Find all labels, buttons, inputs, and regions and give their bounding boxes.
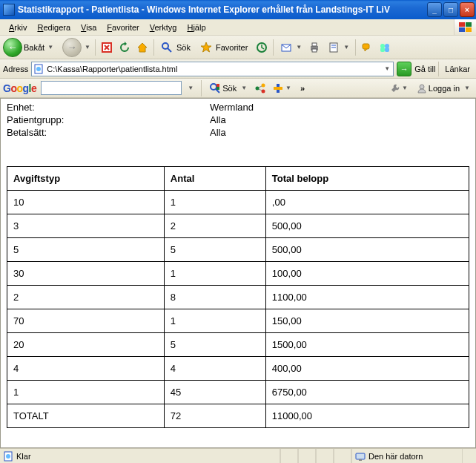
home-icon[interactable] <box>134 39 151 56</box>
discuss-icon[interactable] <box>359 39 375 56</box>
table-cell: 8 <box>164 286 265 309</box>
google-search-input[interactable] <box>41 81 182 95</box>
menu-hjalp[interactable]: Hjälp <box>182 22 210 33</box>
mail-button[interactable]: ▼ <box>277 39 305 56</box>
history-icon[interactable] <box>254 39 270 56</box>
table-cell: 45 <box>164 381 265 404</box>
table-row: 101,00 <box>7 191 469 214</box>
google-search-dropdown[interactable]: ▼ <box>186 85 195 91</box>
menu-redigera[interactable]: Redigera <box>33 22 75 33</box>
table-row: 281100,00 <box>7 286 469 309</box>
col-antal: Antal <box>164 167 265 191</box>
table-row: 1456750,00 <box>7 381 469 404</box>
table-row: 55500,00 <box>7 238 469 262</box>
done-icon <box>3 451 13 462</box>
google-toolbar: Google ▼ Sök ▼ ▼ » ▼ Logga in ▼ <box>0 79 476 98</box>
search-icon <box>159 39 175 56</box>
table-cell: 11000,00 <box>265 404 469 428</box>
google-settings-button[interactable]: ▼ <box>389 83 411 93</box>
table-cell: 500,00 <box>265 214 469 238</box>
table-cell: 2 <box>7 286 165 309</box>
enhet-value: Wermland <box>210 102 254 113</box>
google-share-icon[interactable] <box>254 82 266 94</box>
svg-point-29 <box>262 83 265 87</box>
address-value: C:\Kassa\Rapporter\patientlista.html <box>47 65 380 73</box>
close-button[interactable]: × <box>460 2 475 17</box>
address-dropdown[interactable]: ▼ <box>383 65 391 72</box>
col-avgiftstyp: Avgiftstyp <box>7 167 165 191</box>
favorites-button[interactable]: Favoriter <box>196 39 252 56</box>
addressbar: Adress C:\Kassa\Rapporter\patientlista.h… <box>0 59 476 79</box>
table-cell: 5 <box>164 333 265 357</box>
stop-icon[interactable] <box>99 39 115 56</box>
svg-rect-12 <box>312 43 317 46</box>
report-table: Avgiftstyp Antal Total belopp 101,003250… <box>7 166 469 428</box>
zone-text: Den här datorn <box>368 452 423 461</box>
maximize-button[interactable]: □ <box>443 2 458 17</box>
back-dropdown[interactable]: ▼ <box>46 44 55 50</box>
google-logo[interactable]: Google <box>3 82 36 94</box>
messenger-icon[interactable] <box>377 39 393 56</box>
svg-point-24 <box>211 84 216 90</box>
minimize-button[interactable]: _ <box>427 2 442 17</box>
table-cell: 20 <box>7 333 165 357</box>
print-icon[interactable] <box>306 39 323 56</box>
menu-favoriter[interactable]: Favoriter <box>102 22 143 33</box>
table-row: 32500,00 <box>7 214 469 238</box>
table-cell: 1 <box>7 381 165 404</box>
refresh-icon[interactable] <box>116 39 133 56</box>
table-row: 301100,00 <box>7 262 469 286</box>
table-cell: ,00 <box>265 191 469 214</box>
address-label: Adress <box>3 65 28 73</box>
svg-rect-13 <box>312 49 317 52</box>
back-button[interactable]: ← <box>3 38 22 57</box>
svg-point-37 <box>6 454 10 459</box>
google-sok-button[interactable]: Sök ▼ <box>208 82 250 94</box>
svg-point-23 <box>36 67 41 71</box>
statusbar: Klar Den här datorn <box>0 448 476 463</box>
svg-rect-17 <box>363 44 369 49</box>
plus-icon <box>272 82 284 94</box>
menu-arkiv[interactable]: Arkiv <box>4 22 31 33</box>
svg-line-31 <box>259 86 262 88</box>
forward-dropdown[interactable]: ▼ <box>83 44 92 50</box>
address-field[interactable]: C:\Kassa\Rapporter\patientlista.html ▼ <box>31 62 394 76</box>
svg-rect-27 <box>216 87 219 90</box>
star-icon <box>198 39 214 56</box>
table-cell: 500,00 <box>265 238 469 262</box>
windows-flag-icon <box>454 19 476 35</box>
svg-rect-0 <box>459 22 465 27</box>
page-content[interactable]: Enhet: Wermland Patientgrupp: Alla Betal… <box>0 98 476 448</box>
table-cell: 4 <box>164 357 265 381</box>
table-cell: 1 <box>164 262 265 286</box>
betalsatt-label: Betalsätt: <box>7 127 210 138</box>
status-text: Klar <box>16 452 31 461</box>
svg-line-32 <box>259 89 262 91</box>
menu-visa[interactable]: Visa <box>76 22 101 33</box>
google-plus-button[interactable]: ▼ <box>271 82 294 94</box>
table-cell: 5 <box>7 238 165 262</box>
table-cell: 30 <box>7 262 165 286</box>
patientgrupp-value: Alla <box>210 114 226 125</box>
table-cell: 72 <box>164 404 265 428</box>
toolbar: ← Bakåt ▼ → ▼ Sök Favoriter ▼ ▼ <box>0 36 476 59</box>
table-cell: 150,00 <box>265 309 469 333</box>
page-icon <box>33 64 44 74</box>
betalsatt-value: Alla <box>210 127 226 138</box>
svg-rect-21 <box>385 47 389 52</box>
table-cell: TOTALT <box>7 404 165 428</box>
col-total-belopp: Total belopp <box>265 167 469 191</box>
search-button[interactable]: Sök <box>157 39 195 56</box>
window-titlebar: Statistikrapport - Patientlista - Window… <box>0 0 476 19</box>
google-login-button[interactable]: Logga in ▼ <box>415 83 473 93</box>
enhet-label: Enhet: <box>7 102 210 113</box>
go-label: Gå till <box>414 65 435 73</box>
forward-button[interactable]: → <box>62 38 82 57</box>
table-cell: 1 <box>164 191 265 214</box>
links-label[interactable]: Länkar <box>442 65 473 73</box>
svg-rect-3 <box>466 27 472 32</box>
menu-verktyg[interactable]: Verktyg <box>145 22 182 33</box>
go-button[interactable]: → <box>397 62 411 76</box>
edit-button[interactable]: ▼ <box>324 39 352 56</box>
google-more[interactable]: » <box>299 84 308 93</box>
